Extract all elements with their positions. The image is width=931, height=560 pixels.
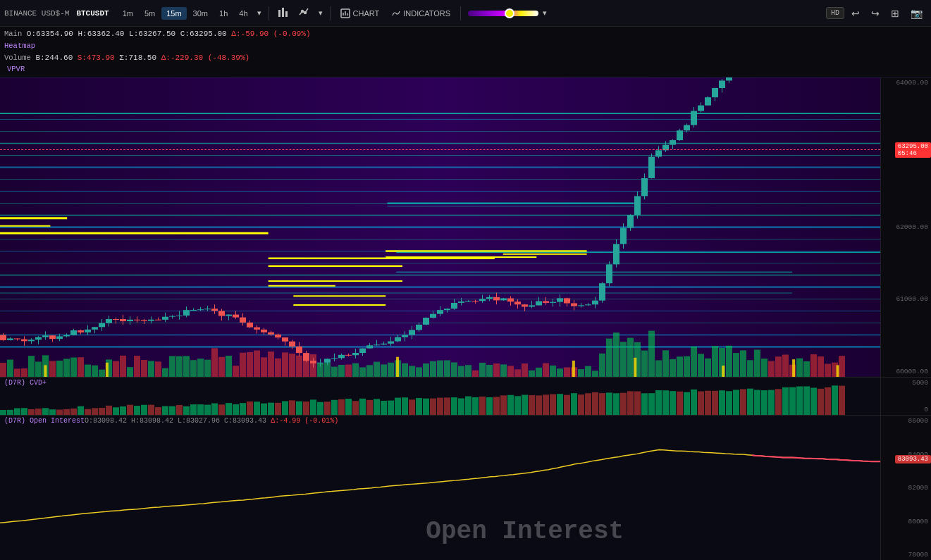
low-value: L:63267.50 [129,30,175,38]
oi-stats: O:83098.42 H:83098.42 L:83027.96 C:83093… [85,417,338,425]
tf-1m[interactable]: 1m [118,7,138,20]
vpvr-label: VPVR [7,65,25,73]
svg-rect-2 [285,11,288,17]
oi-panel[interactable]: (D7R) Open Interest O:83098.42 H:83098.4… [0,415,931,560]
chart-panels: 64000.00 63000.00 62000.00 61000.00 6000… [0,77,931,560]
oi-price-tag: 83093.43 [895,455,931,463]
oi-axis: 86000 84000 82000 80000 78000 [880,416,931,560]
cvd-tick-bottom: 0 [884,406,928,413]
price-tick-60000: 60000.00 [884,368,928,375]
redo-button[interactable]: ↪ [867,6,884,21]
price-axis: 64000.00 63000.00 62000.00 61000.00 6000… [880,77,931,377]
tf-5m[interactable]: 5m [140,7,160,20]
chart-button[interactable]: CHART [335,6,386,20]
chart-type-bar[interactable] [273,4,293,22]
delta-value: Δ:-59.90 (-0.09%) [231,30,310,38]
tf-dropdown[interactable]: ▾ [254,6,264,20]
oi-watermark: Open Interest [426,517,624,546]
svg-rect-0 [278,10,280,17]
svg-point-3 [301,11,303,13]
close-value: C:63295.00 [180,30,227,38]
price-tick-62000: 62000.00 [884,223,928,231]
open-value: O:63354.90 [27,30,73,38]
price-tick-64000: 64000.00 [884,79,928,87]
price-tick-61000: 61000.00 [884,295,928,303]
chart-type-alt[interactable] [295,4,314,22]
symbol: BTCUSDT [76,9,109,18]
oi-tick-80000: 80000 [884,518,928,525]
layout-button[interactable]: ⊞ [887,6,904,21]
current-price-tag: 63295.00 05:46 [895,142,931,158]
separator-1 [269,6,269,20]
oi-tick-86000: 86000 [884,417,928,425]
color-slider-thumb[interactable] [505,8,514,18]
tf-15m[interactable]: 15m [161,7,186,20]
volume-s: S:473.90 [78,54,115,62]
tf-30m[interactable]: 30m [188,7,213,20]
color-slider[interactable] [468,11,538,16]
toolbar: BINANCE USD$-M BTCUSDT 1m 5m 15m 30m 1h … [0,0,931,27]
exchange-pair: BINANCE USD$-M [4,9,69,18]
volume-label: Volume [4,54,31,62]
volume-delta: Δ:-229.30 (-48.39%) [161,54,249,62]
high-value: H:63362.40 [78,30,124,38]
tf-1h[interactable]: 1h [214,7,233,20]
current-price-line [0,149,880,150]
price-labels: Main O:63354.90 H:63362.40 L:63267.50 C:… [0,27,931,77]
volume-b: B:244.60 [35,54,73,62]
main-chart-panel[interactable]: 64000.00 63000.00 62000.00 61000.00 6000… [0,77,931,377]
volume-sum: Σ:718.50 [119,54,156,62]
slider-dropdown[interactable]: ▾ [540,6,550,20]
indicators-button[interactable]: INDICATORS [386,7,456,20]
cvd-label: (D7R) CVD+ [4,379,47,387]
hd-badge: HD [826,7,844,19]
svg-point-4 [304,12,306,14]
oi-tick-78000: 78000 [884,551,928,559]
cvd-canvas [0,378,880,416]
cvd-panel[interactable]: (D7R) CVD+ 5000 0 [0,377,931,416]
chart-type-dropdown[interactable]: ▾ [316,6,326,20]
screenshot-button[interactable]: 📷 [906,6,927,21]
undo-button[interactable]: ↩ [847,6,864,21]
oi-tick-82000: 82000 [884,484,928,492]
svg-rect-1 [282,8,284,17]
separator-3 [460,6,461,20]
chart-container: Main O:63354.90 H:63362.40 L:63267.50 C:… [0,27,931,560]
tf-4h[interactable]: 4h [234,7,252,20]
heatmap-label: Heatmap [4,42,35,50]
main-label: Main [4,30,22,38]
oi-label: (D7R) Open Interest [4,417,85,425]
toolbar-right: HD ↩ ↪ ⊞ 📷 [826,6,927,21]
separator-2 [330,6,331,20]
cvd-tick-top: 5000 [884,379,928,387]
color-slider-container [468,11,538,16]
main-canvas [0,77,880,377]
cvd-axis: 5000 0 [880,378,931,416]
